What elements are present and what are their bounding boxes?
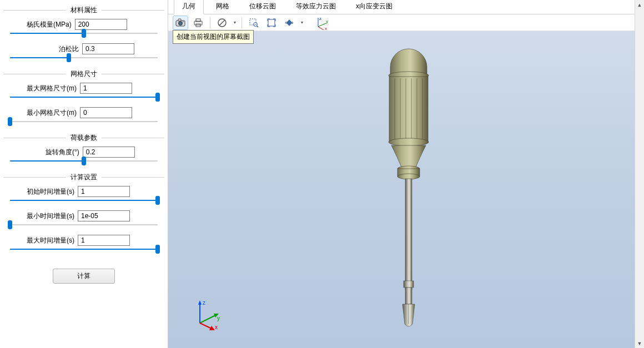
svg-text:z: z	[203, 300, 205, 306]
toolbar: ▾ ▾ zyx 创建当前视图的屏幕截图	[168, 14, 635, 31]
calculate-button[interactable]: 计算	[53, 269, 115, 284]
angle-label: 旋转角度(°)	[46, 148, 79, 157]
min-mesh-input[interactable]	[80, 107, 132, 118]
poisson-label: 泊松比	[59, 44, 79, 54]
zoom-window-button[interactable]	[246, 16, 261, 30]
max-mesh-label: 最大网格尺寸(m)	[27, 84, 77, 93]
tab-mesh[interactable]: 网格	[208, 0, 237, 14]
angle-slider[interactable]	[10, 159, 158, 163]
svg-rect-32	[405, 179, 412, 290]
youngs-label: 杨氏模量(MPa)	[27, 20, 72, 29]
section-header-calc: 计算设置	[0, 173, 168, 182]
svg-text:x: x	[325, 26, 327, 30]
svg-line-39	[200, 315, 217, 323]
printer-icon	[193, 18, 203, 27]
tooltip: 创建当前视图的屏幕截图	[173, 30, 254, 44]
tab-stress[interactable]: 等效应力云图	[288, 0, 344, 14]
rotate-view-icon	[284, 18, 294, 28]
svg-point-2	[179, 21, 183, 25]
max-mesh-slider[interactable]	[10, 95, 158, 99]
min-time-slider[interactable]	[10, 223, 158, 226]
svg-text:x: x	[215, 324, 218, 330]
svg-rect-33	[404, 281, 414, 288]
svg-point-31	[398, 174, 420, 179]
svg-line-8	[219, 20, 225, 26]
youngs-slider[interactable]	[10, 32, 158, 35]
corner-triad: z y x	[192, 298, 225, 331]
section-header-load: 荷载参数	[0, 133, 168, 143]
max-time-label: 最大时间增量(s)	[27, 236, 74, 245]
fit-view-button[interactable]	[264, 16, 279, 30]
svg-rect-21	[389, 77, 428, 142]
init-time-slider[interactable]	[10, 199, 158, 202]
svg-point-28	[389, 138, 429, 146]
svg-rect-13	[286, 19, 292, 26]
clear-dropdown[interactable]: ▾	[232, 20, 238, 25]
svg-line-11	[257, 26, 259, 27]
tab-row: 几何 网格 位移云图 等效应力云图 x向应变云图	[168, 0, 635, 14]
scroll-down-arrow[interactable]: ▼	[635, 339, 644, 348]
youngs-input[interactable]	[75, 19, 127, 30]
init-time-input[interactable]	[78, 186, 130, 197]
screwdriver-model	[389, 49, 429, 326]
min-time-label: 最小时间增量(s)	[27, 211, 74, 221]
rotate-dropdown[interactable]: ▾	[299, 20, 305, 25]
svg-rect-1	[178, 19, 181, 21]
left-panel: 材料属性 杨氏模量(MPa) 泊松比 网格尺寸 最大网格尺寸(m) 最小网格尺寸…	[0, 0, 168, 348]
screenshot-button[interactable]	[173, 16, 188, 30]
section-title: 网格尺寸	[69, 69, 98, 79]
section-header-mesh: 网格尺寸	[0, 69, 168, 79]
svg-point-3	[183, 21, 184, 22]
min-time-input[interactable]	[78, 210, 130, 221]
svg-text:y: y	[326, 19, 328, 24]
no-entry-icon	[217, 18, 227, 28]
fit-view-icon	[266, 18, 276, 28]
svg-rect-12	[268, 19, 275, 26]
svg-line-18	[318, 27, 324, 30]
svg-text:z: z	[319, 16, 321, 21]
max-time-slider[interactable]	[10, 248, 158, 251]
init-time-label: 初始时间增量(s)	[27, 187, 74, 196]
svg-rect-34	[405, 288, 412, 304]
max-time-input[interactable]	[78, 235, 130, 246]
poisson-slider[interactable]	[10, 56, 158, 59]
svg-text:y: y	[217, 315, 220, 321]
angle-input[interactable]	[83, 147, 135, 158]
svg-rect-9	[250, 19, 256, 25]
zoom-window-icon	[249, 18, 259, 28]
svg-point-10	[254, 22, 258, 26]
section-header-material: 材料属性	[0, 6, 168, 15]
section-title: 计算设置	[69, 173, 98, 182]
poisson-input[interactable]	[82, 43, 134, 54]
svg-marker-37	[198, 300, 202, 305]
viewport-3d[interactable]: z y x	[168, 31, 635, 348]
section-title: 材料属性	[69, 6, 98, 15]
scroll-up-arrow[interactable]: ▲	[635, 0, 644, 9]
rotate-view-button[interactable]	[281, 16, 297, 30]
clear-button[interactable]	[214, 16, 230, 30]
section-title: 荷载参数	[69, 133, 98, 143]
tab-geometry[interactable]: 几何	[174, 0, 204, 14]
max-mesh-input[interactable]	[80, 83, 132, 94]
min-mesh-label: 最小网格尺寸(m)	[27, 108, 77, 118]
vertical-scrollbar[interactable]: ▲ ▼	[635, 0, 644, 348]
print-button[interactable]	[190, 16, 206, 30]
camera-icon	[175, 18, 185, 27]
tab-displacement[interactable]: 位移云图	[242, 0, 284, 14]
min-mesh-slider[interactable]	[10, 120, 158, 123]
mini-triad[interactable]: zyx	[313, 16, 329, 30]
tab-strain[interactable]: x向应变云图	[348, 0, 400, 14]
